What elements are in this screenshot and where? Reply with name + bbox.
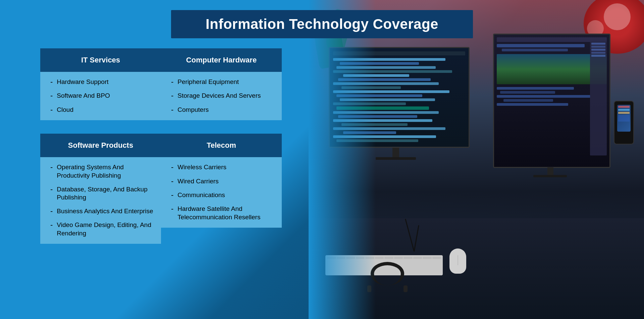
list-item: - Communications (171, 191, 275, 199)
computer-hardware-items: - Peripheral Equipment - Storage Devices… (161, 72, 282, 120)
list-item: - Software And BPO (50, 92, 154, 100)
title-bar: Information Technology Coverage (171, 10, 473, 38)
software-products-header: Software Products (40, 134, 161, 157)
list-item: - Wired Carriers (171, 177, 275, 186)
it-services-items: - Hardware Support - Software And BPO - … (40, 72, 161, 120)
block-software-products: Software Products - Operating Systems An… (40, 134, 161, 244)
list-item: - Video Game Design, Editing, And Render… (50, 221, 154, 237)
right-column: Computer Hardware - Peripheral Equipment… (161, 48, 282, 244)
list-item: - Hardware Satellite And Telecommunicati… (171, 205, 275, 221)
list-item: - Business Analytics And Enterprise (50, 207, 154, 216)
block-computer-hardware: Computer Hardware - Peripheral Equipment… (161, 48, 282, 120)
list-item: - Storage Devices And Servers (171, 92, 275, 100)
list-item: - Operating Systems And Productivity Pub… (50, 163, 154, 180)
list-item: - Cloud (50, 106, 154, 114)
list-item: - Peripheral Equipment (171, 78, 275, 86)
list-item: - Database, Storage, And Backup Publishi… (50, 185, 154, 202)
categories-grid: IT Services - Hardware Support - Softwar… (40, 48, 288, 244)
main-content: Information Technology Coverage IT Servi… (0, 0, 644, 319)
block-it-services: IT Services - Hardware Support - Softwar… (40, 48, 161, 120)
block-telecom: Telecom - Wireless Carriers - Wired Carr… (161, 134, 282, 228)
telecom-header: Telecom (161, 134, 282, 157)
software-products-items: - Operating Systems And Productivity Pub… (40, 157, 161, 244)
left-column: IT Services - Hardware Support - Softwar… (40, 48, 161, 244)
page-title: Information Technology Coverage (184, 16, 460, 32)
col-spacer (40, 120, 161, 127)
computer-hardware-header: Computer Hardware (161, 48, 282, 72)
list-item: - Hardware Support (50, 78, 154, 86)
telecom-items: - Wireless Carriers - Wired Carriers - C… (161, 157, 282, 228)
it-services-header: IT Services (40, 48, 161, 72)
list-item: - Wireless Carriers (171, 163, 275, 172)
col-spacer (161, 120, 282, 127)
list-item: - Computers (171, 106, 275, 114)
